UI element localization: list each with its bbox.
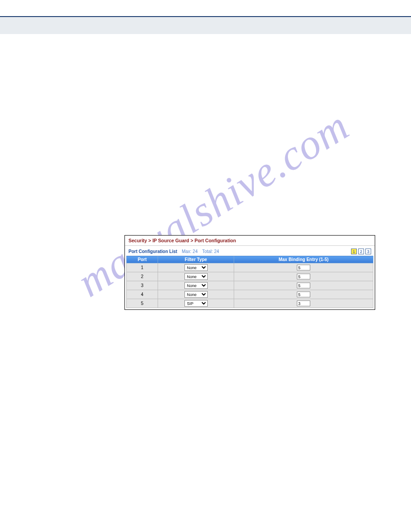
max-binding-input[interactable] <box>297 292 310 297</box>
port-config-figure: Security > IP Source Guard > Port Config… <box>124 235 375 310</box>
max-binding-input[interactable] <box>297 283 310 288</box>
max-binding-input[interactable] <box>297 274 310 279</box>
port-number: 4 <box>127 290 158 299</box>
table-row: 4 None <box>127 290 373 299</box>
col-max-binding: Max Binding Entry (1-5) <box>234 256 373 263</box>
binding-cell <box>234 281 373 290</box>
filter-type-select[interactable]: None <box>184 291 208 298</box>
table-header-row: Port Filter Type Max Binding Entry (1-5) <box>127 256 373 263</box>
filter-cell: None <box>158 272 234 281</box>
table-row: 2 None <box>127 272 373 281</box>
breadcrumb: Security > IP Source Guard > Port Config… <box>125 236 375 246</box>
port-number: 2 <box>127 272 158 281</box>
header-band <box>0 17 411 34</box>
pager-page-3[interactable]: 3 <box>365 249 371 254</box>
filter-cell: None <box>158 263 234 272</box>
filter-cell: SIP <box>158 299 234 308</box>
table-row: 3 None <box>127 281 373 290</box>
filter-type-select[interactable]: None <box>184 273 208 280</box>
col-port: Port <box>127 256 158 263</box>
filter-type-select[interactable]: None <box>184 282 208 289</box>
binding-cell <box>234 290 373 299</box>
filter-cell: None <box>158 281 234 290</box>
list-title: Port Configuration List <box>128 249 177 254</box>
col-filter-type: Filter Type <box>158 256 234 263</box>
table-row: 1 None <box>127 263 373 272</box>
list-max: Max: 24 <box>182 249 198 254</box>
filter-cell: None <box>158 290 234 299</box>
max-binding-input[interactable] <box>297 300 310 306</box>
port-number: 3 <box>127 281 158 290</box>
pager: 1 2 3 <box>351 249 371 254</box>
list-total: Total: 24 <box>202 249 219 254</box>
max-binding-input[interactable] <box>297 265 310 270</box>
binding-cell <box>234 263 373 272</box>
binding-cell <box>234 272 373 281</box>
port-number: 1 <box>127 263 158 272</box>
filter-type-select[interactable]: None <box>184 264 208 271</box>
port-number: 5 <box>127 299 158 308</box>
port-config-table: Port Filter Type Max Binding Entry (1-5)… <box>126 256 373 308</box>
table-body: 1 None 2 None <box>127 263 373 308</box>
table-row: 5 SIP <box>127 299 373 308</box>
pager-page-1[interactable]: 1 <box>351 249 357 254</box>
list-header-row: Port Configuration List Max: 24 Total: 2… <box>125 246 375 256</box>
pager-page-2[interactable]: 2 <box>358 249 364 254</box>
binding-cell <box>234 299 373 308</box>
filter-type-select[interactable]: SIP <box>184 300 208 307</box>
